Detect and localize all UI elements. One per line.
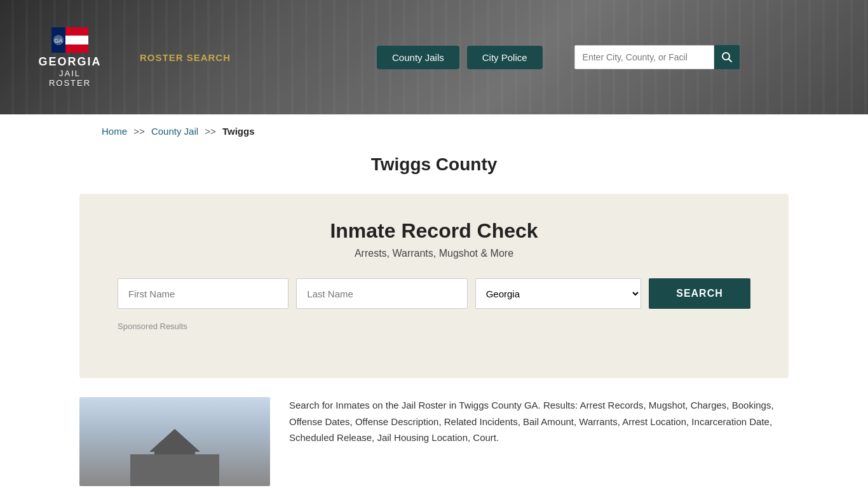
logo-text-georgia: GEORGIA [38,55,101,69]
header-search-button[interactable] [714,45,740,69]
inmate-record-section: Inmate Record Check Arrests, Warrants, M… [79,194,789,378]
breadcrumb-sep-2: >> [205,126,216,137]
breadcrumb-home[interactable]: Home [102,126,127,137]
search-form: AlabamaAlaskaArizonaArkansasCaliforniaCo… [118,278,750,309]
bottom-section: Search for Inmates on the Jail Roster in… [79,397,789,486]
sponsored-results: Sponsored Results [118,322,750,331]
logo-text-jail: JAIL [59,69,81,78]
header-content: GA GEORGIA JAIL ROSTER ROSTER SEARCH Cou… [0,27,868,88]
courthouse-image [79,397,270,486]
roster-search-link[interactable]: ROSTER SEARCH [140,52,231,63]
breadcrumb-current: Twiggs [222,126,255,137]
header-nav: ROSTER SEARCH County Jails City Police [140,45,843,69]
svg-text:GA: GA [54,37,62,44]
nav-buttons: County Jails City Police [377,46,543,69]
last-name-input[interactable] [296,278,467,309]
header-search [574,45,740,69]
inmate-record-title: Inmate Record Check [118,219,750,243]
inmate-record-subtitle: Arrests, Warrants, Mugshot & More [118,248,750,259]
logo-area[interactable]: GA GEORGIA JAIL ROSTER [25,27,114,88]
county-jails-button[interactable]: County Jails [377,46,459,69]
logo-text-roster: ROSTER [49,78,91,88]
svg-line-7 [728,59,731,62]
state-select[interactable]: AlabamaAlaskaArizonaArkansasCaliforniaCo… [475,278,641,309]
breadcrumb-county-jail[interactable]: County Jail [151,126,198,137]
breadcrumb: Home >> County Jail >> Twiggs [0,114,868,148]
georgia-flag-icon: GA [51,27,88,53]
search-button[interactable]: SEARCH [649,278,750,309]
page-title: Twiggs County [0,154,868,175]
city-police-button[interactable]: City Police [467,46,543,69]
breadcrumb-sep-1: >> [133,126,145,137]
search-icon [721,51,733,63]
bottom-description: Search for Inmates on the Jail Roster in… [289,397,789,446]
header-search-input[interactable] [574,45,714,69]
first-name-input[interactable] [118,278,288,309]
header-banner: GA GEORGIA JAIL ROSTER ROSTER SEARCH Cou… [0,0,868,114]
